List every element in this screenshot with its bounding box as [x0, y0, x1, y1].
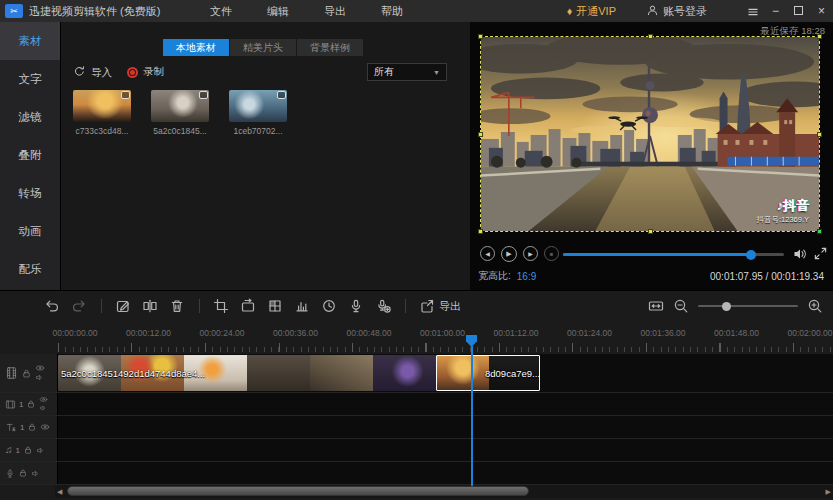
visibility-icon[interactable] — [35, 364, 45, 372]
edit-button[interactable] — [115, 298, 131, 314]
resize-handle[interactable] — [817, 229, 822, 234]
menu-file[interactable]: 文件 — [192, 4, 249, 19]
aspect-ratio-label: 宽高比: — [478, 269, 511, 283]
voiceover-button[interactable] — [348, 298, 364, 314]
stop-button[interactable]: ■ — [544, 246, 559, 261]
volume-icon[interactable] — [792, 246, 808, 262]
timeline-scrollbar[interactable]: ◀ ▶ — [55, 485, 833, 498]
timeline-clip[interactable]: 5a2c0c18451492d1d4744d8ae4... — [58, 355, 436, 391]
music-track-lane[interactable] — [58, 439, 833, 461]
resize-handle[interactable] — [648, 229, 653, 234]
menu-help[interactable]: 帮助 — [363, 4, 420, 19]
minimize-button[interactable]: − — [764, 4, 787, 18]
levels-button[interactable] — [294, 298, 310, 314]
canvas-button[interactable] — [240, 298, 256, 314]
resize-handle[interactable] — [817, 132, 822, 137]
tab-intro-templates[interactable]: 精美片头 — [230, 39, 296, 56]
video-preview[interactable]: ♪抖音 抖音号:12369.Y — [480, 36, 820, 232]
timeline-ruler[interactable]: 00:00:00.00 00:00:12.00 00:00:24.00 00:0… — [0, 321, 833, 354]
open-vip-button[interactable]: ♦ 开通VIP — [567, 4, 616, 19]
media-item[interactable]: 1ceb70702... — [229, 90, 287, 136]
record-button[interactable]: 录制 — [127, 65, 164, 79]
media-filter-dropdown[interactable]: 所有 ▼ — [367, 63, 447, 81]
split-button[interactable] — [142, 298, 158, 314]
visibility-icon[interactable] — [40, 423, 50, 431]
sidebar-item-transition[interactable]: 转场 — [0, 174, 60, 212]
ruler-tick-label: 00:01:24.00 — [567, 328, 612, 338]
zoom-out-button[interactable] — [673, 298, 689, 314]
sidebar-item-filter[interactable]: 滤镜 — [0, 98, 60, 136]
resize-handle[interactable] — [478, 34, 483, 39]
delete-button[interactable] — [169, 298, 185, 314]
track-pip-header: 1 — [0, 393, 58, 415]
close-button[interactable]: × — [810, 4, 833, 18]
resize-handle[interactable] — [478, 132, 483, 137]
voice-track-lane[interactable] — [58, 462, 833, 484]
sidebar-item-overlay[interactable]: 叠附 — [0, 136, 60, 174]
timeline-export-button[interactable]: 导出 — [419, 298, 461, 314]
account-login-button[interactable]: 账号登录 — [646, 4, 707, 19]
lock-icon[interactable] — [18, 468, 28, 478]
video-track-lane[interactable]: 5a2c0c18451492d1d4744d8ae4... 8d09ca7e9.… — [58, 354, 833, 392]
timeline: 导出 00:00:00.00 00:00:12.00 00:00: — [0, 290, 833, 500]
redo-button[interactable] — [71, 298, 87, 314]
scroll-right-arrow[interactable]: ▶ — [826, 488, 831, 496]
maximize-button[interactable] — [787, 4, 810, 18]
mute-icon[interactable] — [39, 404, 48, 412]
track-voice-header — [0, 462, 58, 484]
watermark: ♪抖音 抖音号:12369.Y — [756, 197, 809, 225]
tab-background-samples[interactable]: 背景样例 — [297, 39, 363, 56]
crop-button[interactable] — [213, 298, 229, 314]
sidebar-item-animation[interactable]: 动画 — [0, 212, 60, 250]
fullscreen-icon[interactable] — [813, 246, 828, 261]
prev-frame-button[interactable]: ◀ — [480, 246, 495, 261]
resize-handle[interactable] — [478, 229, 483, 234]
chevron-down-icon: ▼ — [433, 69, 440, 76]
seek-bar[interactable] — [563, 253, 784, 256]
filmstrip-icon — [5, 399, 16, 410]
zoom-in-button[interactable] — [807, 298, 823, 314]
mute-icon[interactable] — [31, 469, 41, 478]
text-track-lane[interactable] — [58, 416, 833, 438]
play-button[interactable]: ▶ — [501, 246, 517, 262]
visibility-icon[interactable] — [39, 396, 48, 403]
seek-knob[interactable] — [746, 250, 756, 260]
duration-button[interactable] — [321, 298, 337, 314]
track-music-header: ♫ 1 — [0, 439, 58, 461]
mosaic-button[interactable] — [267, 298, 283, 314]
import-button[interactable]: 导入 — [73, 65, 112, 80]
undo-button[interactable] — [44, 298, 60, 314]
lock-icon[interactable] — [23, 445, 33, 455]
timeline-zoom-slider[interactable] — [698, 305, 798, 307]
playback-controls: ◀ ▶ ▶ ■ — [470, 246, 833, 264]
menu-export[interactable]: 导出 — [306, 4, 363, 19]
timeline-clip-selected[interactable]: 8d09ca7e9... — [436, 355, 540, 391]
mute-icon[interactable] — [35, 373, 45, 382]
mute-icon[interactable] — [36, 446, 46, 455]
scrollbar-thumb[interactable] — [67, 486, 529, 496]
ruler-tick-label: 00:01:00.00 — [420, 328, 465, 338]
voice-change-button[interactable] — [375, 298, 391, 314]
scroll-left-arrow[interactable]: ◀ — [57, 488, 62, 496]
resize-handle[interactable] — [648, 34, 653, 39]
lock-icon[interactable] — [21, 368, 32, 379]
app-title: 迅捷视频剪辑软件 (免费版) — [29, 4, 160, 19]
clip-name: 8d09ca7e9... — [485, 368, 540, 379]
tab-local-media[interactable]: 本地素材 — [163, 39, 229, 56]
media-item-name: 5a2c0c1845... — [151, 126, 209, 136]
media-item[interactable]: c733c3cd48... — [73, 90, 131, 136]
aspect-ratio-value[interactable]: 16:9 — [517, 271, 536, 282]
fit-timeline-button[interactable] — [648, 298, 664, 314]
sidebar-item-music[interactable]: 配乐 — [0, 250, 60, 288]
lock-icon[interactable] — [26, 399, 36, 409]
next-frame-button[interactable]: ▶ — [523, 246, 538, 261]
menu-edit[interactable]: 编辑 — [249, 4, 306, 19]
sidebar-item-media[interactable]: 素材 — [0, 22, 60, 60]
media-item[interactable]: 5a2c0c1845... — [151, 90, 209, 136]
window-menu-button[interactable] — [741, 4, 764, 18]
zoom-slider-knob[interactable] — [722, 302, 731, 311]
pip-track-lane[interactable] — [58, 393, 833, 415]
resize-handle[interactable] — [817, 34, 822, 39]
sidebar-item-text[interactable]: 文字 — [0, 60, 60, 98]
lock-icon[interactable] — [27, 422, 37, 432]
